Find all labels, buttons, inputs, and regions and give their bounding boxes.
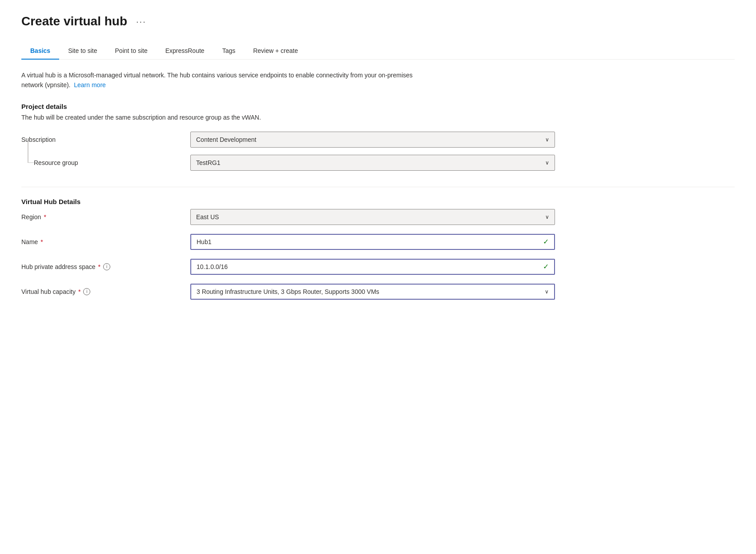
subscription-label: Subscription — [21, 136, 56, 143]
project-details-title: Project details — [21, 103, 735, 110]
region-label: Region — [21, 213, 41, 221]
subscription-dropdown[interactable]: Content Development ∨ — [190, 132, 555, 148]
resource-group-chevron-icon: ∨ — [545, 160, 549, 166]
tab-review-create[interactable]: Review + create — [244, 43, 307, 60]
region-dropdown[interactable]: East US ∨ — [190, 209, 555, 225]
name-row: Name * Hub1 ✓ — [21, 234, 735, 250]
learn-more-link[interactable]: Learn more — [74, 81, 106, 88]
name-value: Hub1 — [197, 238, 211, 245]
hub-capacity-info-icon[interactable]: i — [83, 288, 90, 295]
tab-tags[interactable]: Tags — [213, 43, 245, 60]
hub-capacity-chevron-icon: ∨ — [545, 289, 549, 295]
hub-address-check-icon: ✓ — [543, 262, 549, 271]
resource-group-control: TestRG1 ∨ — [190, 155, 555, 171]
hub-capacity-required-star: * — [78, 288, 80, 295]
virtual-hub-details-title: Virtual Hub Details — [21, 198, 735, 205]
tab-expressroute[interactable]: ExpressRoute — [157, 43, 213, 60]
resource-group-value: TestRG1 — [196, 159, 220, 166]
project-details-subtitle: The hub will be created under the same s… — [21, 114, 735, 121]
hub-address-value: 10.1.0.0/16 — [197, 263, 228, 270]
region-chevron-icon: ∨ — [545, 214, 549, 220]
hub-address-required-star: * — [98, 263, 101, 270]
region-label-col: Region * — [21, 213, 190, 221]
page-title: Create virtual hub — [21, 14, 127, 28]
name-required-star: * — [40, 238, 43, 245]
name-check-icon: ✓ — [543, 237, 549, 246]
tab-site-to-site[interactable]: Site to site — [59, 43, 106, 60]
virtual-hub-details-section: Virtual Hub Details Region * East US ∨ N… — [21, 198, 735, 300]
name-input[interactable]: Hub1 ✓ — [190, 234, 555, 250]
region-row: Region * East US ∨ — [21, 209, 735, 225]
tab-basics[interactable]: Basics — [21, 43, 59, 60]
hub-address-control: 10.1.0.0/16 ✓ — [190, 259, 555, 275]
resource-group-dropdown[interactable]: TestRG1 ∨ — [190, 155, 555, 171]
tab-bar: Basics Site to site Point to site Expres… — [21, 43, 735, 60]
hub-capacity-value: 3 Routing Infrastructure Units, 3 Gbps R… — [197, 288, 379, 295]
page-description: A virtual hub is a Microsoft-managed vir… — [21, 70, 422, 90]
region-required-star: * — [44, 213, 46, 221]
hub-address-label-col: Hub private address space * i — [21, 263, 190, 270]
project-details-section: Project details The hub will be created … — [21, 103, 735, 171]
region-control: East US ∨ — [190, 209, 555, 225]
hub-capacity-label-col: Virtual hub capacity * i — [21, 288, 190, 295]
hub-address-input[interactable]: 10.1.0.0/16 ✓ — [190, 259, 555, 275]
hub-address-info-icon[interactable]: i — [103, 263, 110, 270]
section-divider — [21, 187, 735, 187]
region-value: East US — [196, 213, 219, 221]
hub-capacity-control: 3 Routing Infrastructure Units, 3 Gbps R… — [190, 284, 555, 300]
subscription-control: Content Development ∨ — [190, 132, 555, 148]
hub-address-label: Hub private address space — [21, 263, 96, 270]
subscription-value: Content Development — [196, 136, 256, 143]
subscription-row: Subscription Content Development ∨ — [21, 132, 735, 148]
name-control: Hub1 ✓ — [190, 234, 555, 250]
hub-capacity-label: Virtual hub capacity — [21, 288, 76, 295]
hub-address-row: Hub private address space * i 10.1.0.0/1… — [21, 259, 735, 275]
resource-group-label: Resource group — [34, 159, 78, 166]
name-label: Name — [21, 238, 38, 245]
name-label-col: Name * — [21, 238, 190, 245]
hub-capacity-dropdown[interactable]: 3 Routing Infrastructure Units, 3 Gbps R… — [190, 284, 555, 300]
subscription-chevron-icon: ∨ — [545, 136, 549, 143]
tab-point-to-site[interactable]: Point to site — [106, 43, 157, 60]
page-title-row: Create virtual hub ··· — [21, 14, 735, 28]
resource-group-row: Resource group TestRG1 ∨ — [21, 155, 735, 171]
ellipsis-menu-button[interactable]: ··· — [133, 15, 150, 28]
hub-capacity-row: Virtual hub capacity * i 3 Routing Infra… — [21, 284, 735, 300]
